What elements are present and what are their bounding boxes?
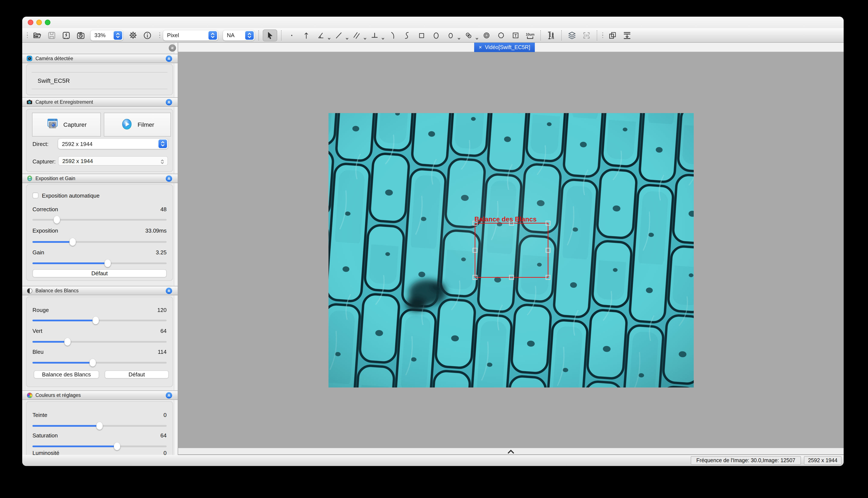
unit-select[interactable]: Pixel: [163, 30, 218, 40]
info-icon[interactable]: [141, 29, 154, 41]
slider-thumb[interactable]: [64, 338, 71, 346]
line-tool[interactable]: [332, 29, 345, 41]
exposure-panel-body: Exposition automatique Correction 48 Exp…: [26, 184, 173, 281]
parallel-lines-tool[interactable]: [350, 29, 363, 41]
linked-circles-tool[interactable]: [462, 29, 475, 41]
toolbar-drag-handle[interactable]: [601, 30, 604, 40]
correction-slider[interactable]: [33, 216, 167, 224]
arc-tool[interactable]: [386, 29, 399, 41]
saturation-slider[interactable]: [33, 443, 167, 450]
camera-device-row[interactable]: Swift_EC5R: [38, 77, 70, 84]
circle-tool[interactable]: [444, 29, 457, 41]
auto-exposure-checkbox[interactable]: [33, 193, 38, 198]
selection-rect[interactable]: [475, 223, 548, 277]
exposure-icon: [26, 175, 33, 181]
calipers-icon[interactable]: [545, 29, 558, 41]
linked-circles-tool-caret[interactable]: [475, 34, 478, 41]
open-file-icon[interactable]: [31, 29, 43, 41]
record-button[interactable]: Filmer: [104, 113, 171, 136]
polygon-tool[interactable]: [495, 29, 508, 41]
panel-header-capture[interactable]: Capture et Enregistrement: [22, 97, 178, 107]
slider-thumb[interactable]: [69, 238, 76, 246]
curve-tool[interactable]: [401, 29, 413, 41]
collapse-panel-button[interactable]: [166, 55, 172, 62]
white-balance-button[interactable]: Balance des Blancs: [34, 370, 99, 379]
ellipse-tool[interactable]: [430, 29, 443, 41]
parallel-lines-tool-caret[interactable]: [363, 34, 367, 41]
capture-flash-icon[interactable]: [60, 29, 73, 41]
arrow-tool[interactable]: [300, 29, 313, 41]
close-window-button[interactable]: [28, 19, 33, 25]
slider-thumb[interactable]: [90, 359, 96, 367]
exposure-default-button[interactable]: Défaut: [33, 269, 167, 277]
slider-thumb[interactable]: [92, 317, 99, 324]
collapse-panel-button[interactable]: [166, 99, 172, 105]
perpendicular-tool-caret[interactable]: [381, 34, 384, 41]
settings-gear-icon[interactable]: [126, 29, 139, 41]
red-value: 120: [157, 306, 167, 313]
selection-handles[interactable]: [473, 221, 550, 279]
export-icon[interactable]: [621, 29, 634, 41]
slider-thumb[interactable]: [96, 422, 103, 430]
video-image[interactable]: Balance des Blancs: [328, 113, 693, 387]
panel-header-exposure[interactable]: Exposition et Gain: [22, 174, 178, 183]
blue-slider[interactable]: [33, 359, 167, 367]
copy-icon[interactable]: [606, 29, 619, 41]
panel-title: Couleurs et réglages: [36, 393, 163, 398]
panel-header-camera[interactable]: Caméra détectée: [22, 54, 178, 63]
toolbar: 33% Pixel NA T 10um: [22, 28, 844, 43]
panel-header-colors[interactable]: Couleurs et réglages: [22, 391, 178, 400]
gain-slider[interactable]: [33, 260, 167, 267]
slider-thumb[interactable]: [104, 260, 111, 267]
line-tool-caret[interactable]: [346, 34, 348, 41]
slider-thumb[interactable]: [53, 216, 60, 224]
scale-bar-10um-icon[interactable]: 10um: [524, 29, 537, 41]
close-tab-icon[interactable]: ×: [479, 44, 482, 50]
zoom-window-button[interactable]: [45, 19, 50, 25]
save-icon[interactable]: [45, 29, 58, 41]
titlebar[interactable]: [22, 17, 844, 28]
panel-header-white-balance[interactable]: Balance des Blancs: [22, 286, 178, 295]
reveal-strip[interactable]: [178, 448, 844, 455]
exposure-slider[interactable]: [33, 238, 167, 246]
na-select[interactable]: NA: [223, 30, 255, 40]
perpendicular-tool[interactable]: [368, 29, 381, 41]
circle-tool-caret[interactable]: [458, 34, 460, 41]
white-balance-icon: [26, 288, 33, 293]
collapse-panel-button[interactable]: [166, 287, 172, 294]
concentric-circles-tool[interactable]: [480, 29, 493, 41]
panel-title: Capture et Enregistrement: [36, 100, 163, 105]
green-slider[interactable]: [33, 338, 167, 346]
brightness-value: 0: [164, 449, 167, 455]
toolbar-drag-handle[interactable]: [158, 30, 162, 40]
csv-export-icon[interactable]: CSV: [580, 29, 593, 41]
hue-label: Teinte: [33, 411, 47, 418]
collapse-panel-button[interactable]: [166, 175, 172, 182]
angle-tool-caret[interactable]: [328, 34, 331, 41]
layers-icon[interactable]: [565, 29, 578, 41]
minimize-window-button[interactable]: [36, 19, 42, 25]
webcam-icon: [26, 55, 33, 62]
collapse-sidebar-button[interactable]: «: [169, 44, 176, 52]
cursor-tool[interactable]: [263, 29, 277, 41]
zoom-select[interactable]: 33%: [91, 30, 123, 40]
live-resolution-select[interactable]: 2592 x 1944: [58, 139, 168, 149]
toolbar-drag-handle[interactable]: [26, 30, 29, 40]
selection-overlay[interactable]: [328, 113, 693, 387]
point-tool[interactable]: [285, 29, 298, 41]
capture-timer-icon[interactable]: [74, 29, 87, 41]
hue-slider[interactable]: [33, 422, 167, 430]
capture-button[interactable]: Capturer: [32, 113, 101, 136]
collapse-panel-button[interactable]: [166, 392, 172, 398]
chevron-up-icon[interactable]: [508, 447, 514, 455]
capture-resolution-select[interactable]: 2592 x 1944: [58, 156, 168, 166]
resolution-status: 2592 x 1944: [804, 456, 842, 465]
video-tab[interactable]: × Vidéo[Swift_EC5R]: [474, 43, 535, 52]
angle-tool[interactable]: [315, 29, 327, 41]
white-balance-default-button[interactable]: Défaut: [105, 370, 169, 379]
rectangle-tool[interactable]: [415, 29, 428, 41]
green-label: Vert: [33, 328, 42, 334]
text-tool[interactable]: T: [509, 29, 522, 41]
red-slider[interactable]: [33, 317, 167, 324]
slider-thumb[interactable]: [114, 443, 120, 450]
